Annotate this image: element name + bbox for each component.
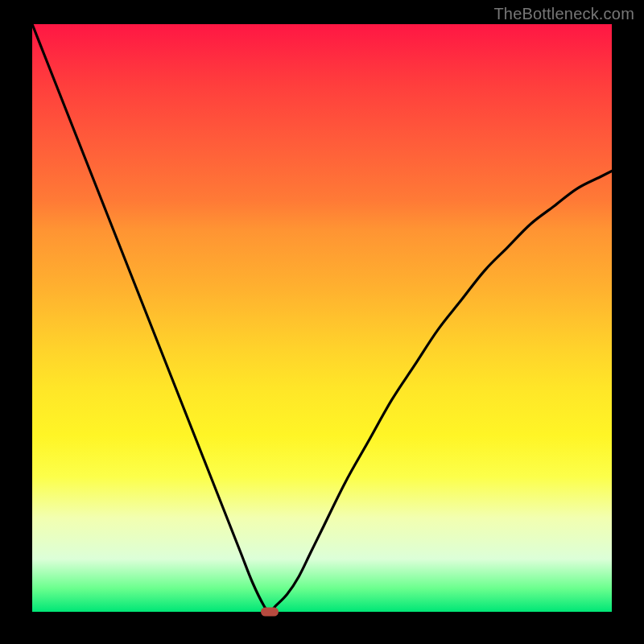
optimal-point-marker — [261, 608, 279, 617]
gradient-background — [32, 24, 612, 612]
chart-frame: TheBottleneck.com — [0, 0, 644, 644]
watermark-text: TheBottleneck.com — [493, 5, 634, 23]
